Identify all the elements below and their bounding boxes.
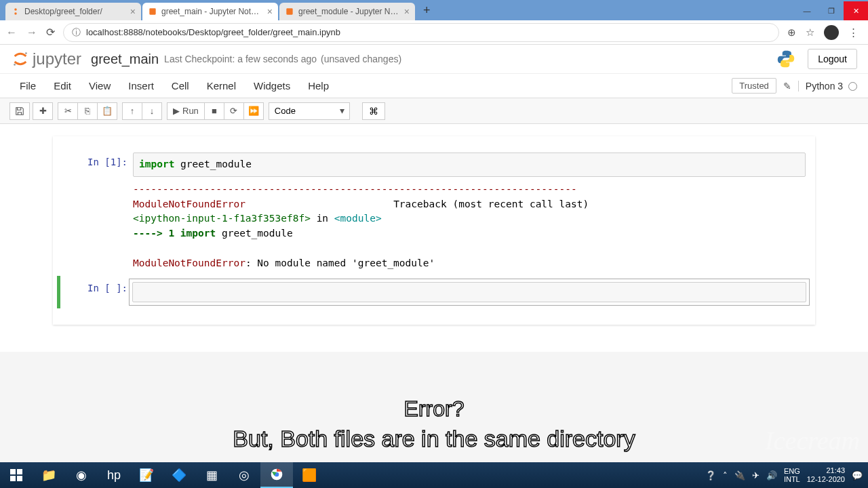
edit-icon[interactable]: ✎ <box>783 81 791 92</box>
run-button[interactable]: ▶ Run <box>167 102 205 120</box>
volume-icon[interactable]: 🔊 <box>766 470 777 481</box>
tab-title: greet_module - Jupyter Notebook <box>298 7 400 16</box>
tray-chevron-icon[interactable]: ˄ <box>723 470 728 481</box>
taskbar-app-4[interactable]: ▦ <box>195 462 228 488</box>
svg-point-0 <box>14 8 17 11</box>
code-input[interactable]: import greet_module <box>133 152 806 177</box>
jupyter-notebook-icon <box>148 7 157 16</box>
svg-point-1 <box>14 12 17 15</box>
unsaved-indicator: (unsaved changes) <box>321 54 401 64</box>
menu-file[interactable]: File <box>11 80 45 92</box>
jupyter-logo-text: jupyter <box>33 49 81 68</box>
reload-button[interactable]: ⟳ <box>46 26 55 39</box>
close-icon[interactable]: × <box>404 7 410 16</box>
logout-button[interactable]: Logout <box>808 49 857 69</box>
menu-insert[interactable]: Insert <box>119 80 163 92</box>
menu-view[interactable]: View <box>80 80 119 92</box>
kernel-indicator-icon <box>848 82 857 91</box>
zoom-icon[interactable]: ⊕ <box>787 26 796 39</box>
svg-rect-2 <box>149 8 155 14</box>
menu-icon[interactable]: ⋮ <box>848 26 859 39</box>
insert-cell-button[interactable]: ✚ <box>33 102 53 120</box>
svg-rect-9 <box>17 476 22 481</box>
kernel-name[interactable]: Python 3 <box>798 81 857 92</box>
notebook-container: In [1]: import greet_module ------------… <box>0 124 868 352</box>
bookmark-icon[interactable]: ☆ <box>806 26 814 39</box>
taskbar-app-1[interactable]: ◉ <box>65 462 98 488</box>
minimize-button[interactable]: — <box>795 1 819 20</box>
caption-line-1: Error? <box>404 396 465 422</box>
move-up-button[interactable]: ↑ <box>122 102 142 120</box>
taskbar-app-5[interactable]: ◎ <box>228 462 260 488</box>
browser-tab-2[interactable]: greet_module - Jupyter Notebook × <box>279 3 415 20</box>
code-cell-2[interactable]: In [ ]: <box>58 279 810 306</box>
menu-edit[interactable]: Edit <box>45 80 80 92</box>
address-bar: ← → ⟳ ⓘ localhost:8888/notebooks/Desktop… <box>0 20 868 45</box>
language-indicator[interactable]: ENGINTL <box>784 467 800 483</box>
url-input[interactable]: ⓘ localhost:8888/notebooks/Desktop/greet… <box>63 23 779 42</box>
close-icon[interactable]: × <box>130 7 136 16</box>
menu-help[interactable]: Help <box>299 80 338 92</box>
jupyter-logo[interactable]: jupyter <box>11 49 81 68</box>
cell-output: ----------------------------------------… <box>133 177 806 277</box>
hp-icon[interactable]: hp <box>98 462 130 488</box>
start-button[interactable] <box>0 462 33 488</box>
copy-button[interactable]: ⎘ <box>77 102 98 120</box>
command-palette-button[interactable]: ⌘ <box>362 102 385 120</box>
svg-rect-6 <box>10 469 16 474</box>
cut-button[interactable]: ✂ <box>58 102 78 120</box>
jupyter-notebook-icon <box>285 7 294 16</box>
trusted-indicator[interactable]: Trusted <box>732 78 776 94</box>
site-info-icon[interactable]: ⓘ <box>72 26 81 39</box>
window-controls: — ❐ ✕ <box>795 1 868 20</box>
cell-type-select[interactable]: Code <box>269 102 350 120</box>
system-tray: ❔ ˄ 🔌 ✈ 🔊 ENGINTL 21:4312-12-2020 💬 <box>705 466 868 484</box>
jupyter-menubar: File Edit View Insert Cell Kernel Widget… <box>0 74 868 98</box>
notebook-name[interactable]: greet_main <box>91 52 159 67</box>
jupyter-folder-icon <box>11 7 20 16</box>
close-icon[interactable]: × <box>267 7 273 16</box>
caption-line-2: But, Both files are in the same director… <box>233 426 635 452</box>
new-tab-button[interactable]: + <box>416 3 437 18</box>
maximize-button[interactable]: ❐ <box>819 1 844 20</box>
paste-button[interactable]: 📋 <box>97 102 117 120</box>
restart-button[interactable]: ⟳ <box>224 102 244 120</box>
interrupt-button[interactable]: ■ <box>204 102 224 120</box>
browser-tab-0[interactable]: Desktop/greet_folder/ × <box>5 3 141 20</box>
save-button[interactable] <box>9 102 30 120</box>
battery-icon[interactable]: 🔌 <box>734 470 745 481</box>
back-button[interactable]: ← <box>5 26 18 39</box>
tab-title: greet_main - Jupyter Notebook <box>161 7 263 16</box>
taskbar-app-3[interactable]: 🔷 <box>163 462 195 488</box>
clock[interactable]: 21:4312-12-2020 <box>807 466 845 484</box>
watermark: Icecream <box>765 426 860 455</box>
jupyter-app: jupyter greet_main Last Checkpoint: a fe… <box>0 45 868 352</box>
taskbar-app-2[interactable]: 📝 <box>130 462 163 488</box>
notifications-icon[interactable]: 💬 <box>852 470 863 481</box>
airplane-icon[interactable]: ✈ <box>752 470 760 481</box>
taskbar-app-6[interactable]: 🟧 <box>293 462 326 488</box>
chrome-icon[interactable] <box>260 462 293 488</box>
python-logo-icon <box>776 49 795 68</box>
checkpoint-text: Last Checkpoint: a few seconds ago <box>164 54 317 64</box>
move-down-button[interactable]: ↓ <box>142 102 162 120</box>
code-input[interactable] <box>132 282 806 302</box>
windows-taskbar: 📁 ◉ hp 📝 🔷 ▦ ◎ 🟧 ❔ ˄ 🔌 ✈ 🔊 ENGINTL 21:43… <box>0 462 868 488</box>
svg-point-4 <box>25 52 27 54</box>
svg-rect-7 <box>17 469 22 474</box>
forward-button[interactable]: → <box>26 26 38 39</box>
code-cell-1[interactable]: In [1]: import greet_module ------------… <box>58 152 810 276</box>
jupyter-logo-icon <box>11 49 30 68</box>
restart-run-all-button[interactable]: ⏩ <box>243 102 264 120</box>
file-explorer-icon[interactable]: 📁 <box>33 462 65 488</box>
browser-tab-strip: Desktop/greet_folder/ × greet_main - Jup… <box>0 0 868 20</box>
jupyter-toolbar: ✚ ✂ ⎘ 📋 ↑ ↓ ▶ Run ■ ⟳ ⏩ Code ⌘ <box>0 98 868 124</box>
profile-avatar[interactable] <box>824 25 839 40</box>
in-prompt: In [1]: <box>58 152 133 276</box>
close-window-button[interactable]: ✕ <box>844 1 868 20</box>
menu-widgets[interactable]: Widgets <box>245 80 299 92</box>
help-icon[interactable]: ❔ <box>705 470 716 481</box>
menu-cell[interactable]: Cell <box>163 80 198 92</box>
browser-tab-1[interactable]: greet_main - Jupyter Notebook × <box>142 3 278 20</box>
menu-kernel[interactable]: Kernel <box>198 80 245 92</box>
